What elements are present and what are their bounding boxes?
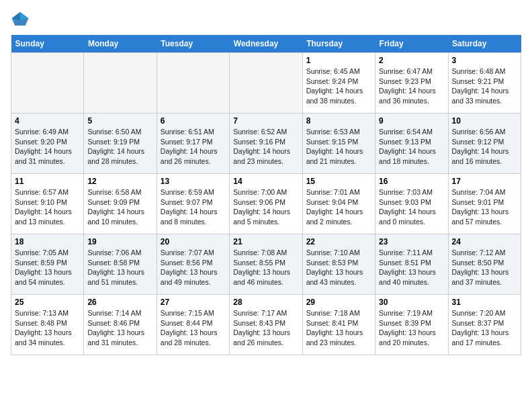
generalblue-logo-icon [11, 11, 30, 27]
calendar-cell: 16 Sunrise: 7:03 AMSunset: 9:03 PMDaylig… [375, 174, 448, 234]
calendar-cell: 19 Sunrise: 7:06 AMSunset: 8:58 PMDaylig… [84, 234, 157, 295]
logo [11, 11, 32, 27]
day-info: Sunrise: 7:12 AMSunset: 8:50 PMDaylight:… [452, 248, 509, 286]
day-info: Sunrise: 6:58 AMSunset: 9:09 PMDaylight:… [87, 188, 144, 226]
day-info: Sunrise: 6:45 AMSunset: 9:24 PMDaylight:… [306, 67, 363, 105]
calendar-cell: 21 Sunrise: 7:08 AMSunset: 8:55 PMDaylig… [230, 234, 302, 295]
calendar-cell: 5 Sunrise: 6:50 AMSunset: 9:19 PMDayligh… [84, 113, 157, 174]
day-number: 25 [15, 298, 80, 307]
calendar-cell: 24 Sunrise: 7:12 AMSunset: 8:50 PMDaylig… [448, 234, 521, 295]
calendar-cell: 12 Sunrise: 6:58 AMSunset: 9:09 PMDaylig… [84, 174, 157, 234]
day-number: 6 [161, 116, 226, 126]
days-header-row: SundayMondayTuesdayWednesdayThursdayFrid… [11, 35, 521, 53]
day-number: 30 [379, 298, 444, 307]
day-number: 16 [379, 177, 444, 186]
day-header-friday: Friday [375, 35, 448, 53]
day-number: 10 [452, 116, 517, 126]
day-number: 17 [452, 177, 517, 186]
calendar-cell [84, 53, 157, 113]
calendar-week-1: 1 Sunrise: 6:45 AMSunset: 9:24 PMDayligh… [11, 53, 521, 113]
day-number: 4 [15, 116, 80, 126]
calendar-cell: 4 Sunrise: 6:49 AMSunset: 9:20 PMDayligh… [11, 113, 84, 174]
calendar-cell: 26 Sunrise: 7:14 AMSunset: 8:46 PMDaylig… [84, 295, 157, 355]
day-number: 28 [233, 298, 298, 307]
day-number: 13 [161, 177, 226, 186]
day-number: 8 [306, 116, 371, 126]
calendar-cell: 23 Sunrise: 7:11 AMSunset: 8:51 PMDaylig… [375, 234, 448, 295]
day-info: Sunrise: 7:03 AMSunset: 9:03 PMDaylight:… [379, 188, 436, 226]
calendar-cell: 1 Sunrise: 6:45 AMSunset: 9:24 PMDayligh… [302, 53, 375, 113]
day-number: 21 [233, 237, 298, 246]
calendar-cell: 3 Sunrise: 6:48 AMSunset: 9:21 PMDayligh… [448, 53, 521, 113]
calendar-cell: 27 Sunrise: 7:15 AMSunset: 8:44 PMDaylig… [157, 295, 229, 355]
day-header-sunday: Sunday [11, 35, 84, 53]
day-info: Sunrise: 7:17 AMSunset: 8:43 PMDaylight:… [233, 309, 290, 347]
day-info: Sunrise: 6:59 AMSunset: 9:07 PMDaylight:… [161, 188, 218, 226]
day-info: Sunrise: 7:10 AMSunset: 8:53 PMDaylight:… [306, 248, 363, 286]
day-info: Sunrise: 7:07 AMSunset: 8:56 PMDaylight:… [161, 248, 218, 286]
day-info: Sunrise: 7:06 AMSunset: 8:58 PMDaylight:… [87, 248, 144, 286]
day-info: Sunrise: 7:13 AMSunset: 8:48 PMDaylight:… [15, 309, 72, 347]
calendar-cell [157, 53, 229, 113]
day-number: 23 [379, 237, 444, 246]
day-number: 22 [306, 237, 371, 246]
calendar-table: SundayMondayTuesdayWednesdayThursdayFrid… [11, 35, 521, 355]
day-info: Sunrise: 7:08 AMSunset: 8:55 PMDaylight:… [233, 248, 290, 286]
calendar-cell: 31 Sunrise: 7:20 AMSunset: 8:37 PMDaylig… [448, 295, 521, 355]
calendar-cell: 28 Sunrise: 7:17 AMSunset: 8:43 PMDaylig… [230, 295, 302, 355]
calendar-cell: 18 Sunrise: 7:05 AMSunset: 8:59 PMDaylig… [11, 234, 84, 295]
calendar-cell: 20 Sunrise: 7:07 AMSunset: 8:56 PMDaylig… [157, 234, 229, 295]
day-number: 18 [15, 237, 80, 246]
day-number: 3 [452, 56, 517, 65]
day-info: Sunrise: 7:05 AMSunset: 8:59 PMDaylight:… [15, 248, 72, 286]
day-number: 24 [452, 237, 517, 246]
day-info: Sunrise: 7:01 AMSunset: 9:04 PMDaylight:… [306, 188, 363, 226]
day-info: Sunrise: 7:19 AMSunset: 8:39 PMDaylight:… [379, 309, 436, 347]
day-number: 2 [379, 56, 444, 65]
calendar-cell: 13 Sunrise: 6:59 AMSunset: 9:07 PMDaylig… [157, 174, 229, 234]
day-number: 14 [233, 177, 298, 186]
day-header-tuesday: Tuesday [157, 35, 229, 53]
day-header-thursday: Thursday [302, 35, 375, 53]
day-number: 19 [87, 237, 152, 246]
day-info: Sunrise: 6:56 AMSunset: 9:12 PMDaylight:… [452, 128, 509, 165]
calendar-cell [230, 53, 302, 113]
day-info: Sunrise: 6:57 AMSunset: 9:10 PMDaylight:… [15, 188, 72, 226]
day-info: Sunrise: 7:04 AMSunset: 9:01 PMDaylight:… [452, 188, 509, 226]
day-number: 15 [306, 177, 371, 186]
day-info: Sunrise: 6:52 AMSunset: 9:16 PMDaylight:… [233, 128, 290, 165]
calendar-cell: 11 Sunrise: 6:57 AMSunset: 9:10 PMDaylig… [11, 174, 84, 234]
calendar-week-4: 18 Sunrise: 7:05 AMSunset: 8:59 PMDaylig… [11, 234, 521, 295]
day-number: 1 [306, 56, 371, 65]
day-number: 5 [87, 116, 152, 126]
day-info: Sunrise: 6:54 AMSunset: 9:13 PMDaylight:… [379, 128, 436, 165]
day-info: Sunrise: 6:48 AMSunset: 9:21 PMDaylight:… [452, 67, 509, 105]
calendar-cell: 2 Sunrise: 6:47 AMSunset: 9:23 PMDayligh… [375, 53, 448, 113]
day-number: 11 [15, 177, 80, 186]
day-number: 31 [452, 298, 517, 307]
day-number: 7 [233, 116, 298, 126]
calendar-cell: 10 Sunrise: 6:56 AMSunset: 9:12 PMDaylig… [448, 113, 521, 174]
day-info: Sunrise: 6:53 AMSunset: 9:15 PMDaylight:… [306, 128, 363, 165]
calendar-week-5: 25 Sunrise: 7:13 AMSunset: 8:48 PMDaylig… [11, 295, 521, 355]
calendar-cell: 30 Sunrise: 7:19 AMSunset: 8:39 PMDaylig… [375, 295, 448, 355]
day-info: Sunrise: 7:11 AMSunset: 8:51 PMDaylight:… [379, 248, 436, 286]
calendar-cell [11, 53, 84, 113]
calendar-week-3: 11 Sunrise: 6:57 AMSunset: 9:10 PMDaylig… [11, 174, 521, 234]
day-info: Sunrise: 6:47 AMSunset: 9:23 PMDaylight:… [379, 67, 436, 105]
day-info: Sunrise: 7:15 AMSunset: 8:44 PMDaylight:… [161, 309, 218, 347]
calendar-cell: 22 Sunrise: 7:10 AMSunset: 8:53 PMDaylig… [302, 234, 375, 295]
day-header-saturday: Saturday [448, 35, 521, 53]
day-number: 27 [161, 298, 226, 307]
day-number: 26 [87, 298, 152, 307]
calendar-cell: 15 Sunrise: 7:01 AMSunset: 9:04 PMDaylig… [302, 174, 375, 234]
day-header-wednesday: Wednesday [230, 35, 302, 53]
header [11, 11, 521, 27]
calendar-cell: 6 Sunrise: 6:51 AMSunset: 9:17 PMDayligh… [157, 113, 229, 174]
day-number: 9 [379, 116, 444, 126]
day-number: 20 [161, 237, 226, 246]
calendar-cell: 29 Sunrise: 7:18 AMSunset: 8:41 PMDaylig… [302, 295, 375, 355]
day-info: Sunrise: 6:49 AMSunset: 9:20 PMDaylight:… [15, 128, 72, 165]
day-info: Sunrise: 7:00 AMSunset: 9:06 PMDaylight:… [233, 188, 290, 226]
day-number: 12 [87, 177, 152, 186]
